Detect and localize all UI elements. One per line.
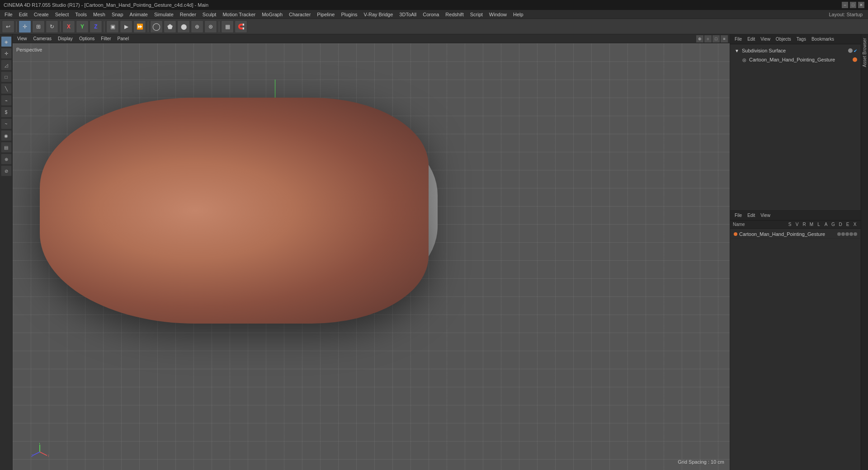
view-menu[interactable]: View: [14, 36, 30, 42]
viewport-icons: ⊕ ○ □ ≡: [696, 35, 728, 42]
render-region-button[interactable]: ▣: [106, 20, 119, 33]
svg-text:Y: Y: [38, 443, 41, 445]
uv-mode-button[interactable]: ⊛: [204, 20, 217, 33]
filter-menu[interactable]: Filter: [98, 36, 113, 42]
maximize-button[interactable]: □: [850, 2, 856, 8]
col-name-label: Name: [733, 222, 787, 227]
table-edit-menu[interactable]: Edit: [745, 212, 757, 218]
col-a: A: [823, 222, 829, 227]
table-file-menu[interactable]: File: [733, 212, 744, 218]
menu-help[interactable]: Help: [510, 11, 526, 18]
viewport-canvas[interactable]: Perspective Grid Spacing : 10 cm X Y Z: [13, 43, 730, 470]
panel-menu[interactable]: Panel: [115, 36, 132, 42]
axis-x-button[interactable]: X: [62, 20, 75, 33]
point-mode-button[interactable]: ⊕: [191, 20, 203, 33]
vp-icon-2[interactable]: ○: [704, 35, 712, 42]
obj-file-menu[interactable]: File: [733, 36, 744, 42]
menu-character[interactable]: Character: [286, 11, 313, 18]
col-m: M: [808, 222, 815, 227]
menu-corona[interactable]: Corona: [420, 11, 442, 18]
obj-tags-menu[interactable]: Tags: [795, 36, 808, 42]
vp-icon-4[interactable]: ≡: [721, 35, 728, 42]
table-row[interactable]: Cartoon_Man_Hand_Pointing_Gesture: [731, 230, 860, 239]
clone-tool[interactable]: ⊕: [1, 154, 12, 164]
col-s: S: [787, 222, 793, 227]
menu-select[interactable]: Select: [52, 11, 72, 18]
line-tool[interactable]: ╲: [1, 83, 12, 94]
grid-button[interactable]: ▦: [221, 20, 234, 33]
obj-objects-menu[interactable]: Objects: [774, 36, 793, 42]
options-menu[interactable]: Options: [76, 36, 97, 42]
row-dot-1: [837, 232, 841, 236]
render-all-button[interactable]: ⏩: [133, 20, 146, 33]
menu-vray[interactable]: V-Ray Bridge: [361, 11, 396, 18]
row-dot-3: [845, 232, 849, 236]
fill-tool[interactable]: ◉: [1, 130, 12, 141]
axis-z-button[interactable]: Z: [90, 20, 102, 33]
paint-tool[interactable]: ◿: [1, 60, 12, 70]
obj-edit-menu[interactable]: Edit: [745, 36, 757, 42]
scale-tool-button[interactable]: ⊞: [32, 20, 45, 33]
snap-button[interactable]: 🧲: [235, 20, 247, 33]
menu-tools[interactable]: Tools: [72, 11, 90, 18]
menu-create[interactable]: Create: [31, 11, 52, 18]
rotate-tool-button[interactable]: ↻: [46, 20, 58, 33]
vp-icon-1[interactable]: ⊕: [696, 35, 703, 42]
hierarchy-item-hand[interactable]: ◎ Cartoon_Man_Hand_Pointing_Gesture: [732, 55, 859, 64]
col-l: L: [816, 222, 822, 227]
selection-tool[interactable]: ◈: [1, 36, 12, 47]
erase-tool[interactable]: ⊘: [1, 165, 12, 176]
menu-file[interactable]: File: [2, 11, 15, 18]
menu-sculpt[interactable]: Sculpt: [200, 11, 219, 18]
objects-hierarchy-panel: File Edit View Objects Tags Bookmarks ▼ …: [730, 34, 861, 211]
title-bar: CINEMA 4D R17.055 Studio (R17) - [Cartoo…: [0, 0, 868, 10]
menu-render[interactable]: Render: [177, 11, 199, 18]
cameras-menu[interactable]: Cameras: [31, 36, 55, 42]
axis-y-button[interactable]: Y: [76, 20, 89, 33]
menu-3dtoall[interactable]: 3DToAll: [396, 11, 419, 18]
menu-script[interactable]: Script: [467, 11, 486, 18]
table-view-menu[interactable]: View: [759, 212, 772, 218]
box-tool[interactable]: □: [1, 71, 12, 82]
sidebar-browser-tab[interactable]: Asset Browser: [861, 34, 868, 70]
minimize-button[interactable]: –: [842, 2, 848, 8]
menu-bar: File Edit Create Select Tools Mesh Snap …: [0, 10, 868, 19]
brush-tool[interactable]: ⌁: [1, 95, 12, 106]
menu-edit[interactable]: Edit: [16, 11, 30, 18]
row-object-name: Cartoon_Man_Hand_Pointing_Gesture: [739, 231, 825, 237]
menu-plugins[interactable]: Plugins: [338, 11, 360, 18]
menu-window[interactable]: Window: [486, 11, 509, 18]
display-menu[interactable]: Display: [55, 36, 75, 42]
render-active-button[interactable]: ▶: [120, 20, 132, 33]
menu-pipeline[interactable]: Pipeline: [314, 11, 337, 18]
vp-icon-3[interactable]: □: [712, 35, 720, 42]
close-button[interactable]: ✕: [858, 2, 864, 8]
subdivision-indicators: ✔: [848, 48, 857, 53]
obj-bookmarks-menu[interactable]: Bookmarks: [810, 36, 836, 42]
undo-button[interactable]: ↩: [2, 20, 14, 33]
object-mode-button[interactable]: ◯: [150, 20, 163, 33]
gradient-tool[interactable]: ▤: [1, 142, 12, 153]
col-svr-labels: S V R M L A G D E X: [787, 222, 858, 227]
edge-mode-button[interactable]: ⬤: [177, 20, 190, 33]
stamp-tool[interactable]: $: [1, 107, 12, 118]
menu-mesh[interactable]: Mesh: [90, 11, 108, 18]
menu-snap[interactable]: Snap: [109, 11, 126, 18]
obj-view-menu[interactable]: View: [759, 36, 772, 42]
menu-simulate[interactable]: Simulate: [151, 11, 176, 18]
menu-motiontracker[interactable]: Motion Tracker: [220, 11, 258, 18]
move-tool[interactable]: ✛: [1, 48, 12, 59]
move-tool-button[interactable]: ✛: [19, 20, 31, 33]
content-area: ◈ ✛ ◿ □ ╲ ⌁ $ ~ ◉ ▤ ⊕ ⊘ View Cameras Dis…: [0, 34, 868, 470]
menu-animate[interactable]: Animate: [127, 11, 151, 18]
menu-redshift[interactable]: Redshift: [443, 11, 466, 18]
polygon-mode-button[interactable]: ⬟: [164, 20, 176, 33]
hierarchy-item-subdivision[interactable]: ▼ Subdivision Surface ✔: [732, 46, 859, 55]
smear-tool[interactable]: ~: [1, 118, 12, 129]
hand-dot: [853, 57, 857, 62]
svg-text:X: X: [48, 454, 49, 457]
menu-mograph[interactable]: MoGraph: [259, 11, 285, 18]
toolbar-separator-2: [60, 21, 61, 32]
right-panel: File Edit View Objects Tags Bookmarks ▼ …: [730, 34, 861, 470]
hand-indicators: [853, 57, 857, 62]
